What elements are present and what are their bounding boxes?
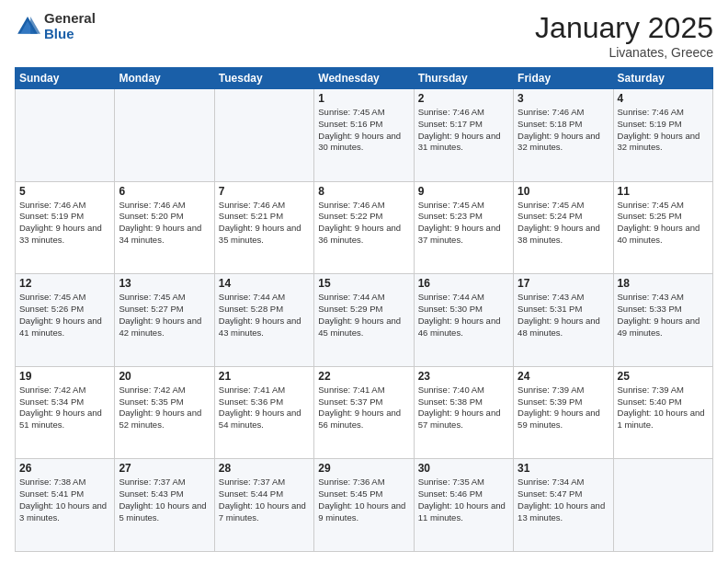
- table-row: 21Sunrise: 7:41 AM Sunset: 5:36 PM Dayli…: [214, 366, 313, 459]
- table-row: 15Sunrise: 7:44 AM Sunset: 5:29 PM Dayli…: [314, 274, 414, 367]
- day-info: Sunrise: 7:44 AM Sunset: 5:28 PM Dayligh…: [219, 292, 310, 339]
- day-info: Sunrise: 7:34 AM Sunset: 5:47 PM Dayligh…: [518, 477, 609, 523]
- calendar-header-row: Sunday Monday Tuesday Wednesday Thursday…: [16, 68, 713, 89]
- table-row: 24Sunrise: 7:39 AM Sunset: 5:39 PM Dayli…: [514, 366, 613, 459]
- day-info: Sunrise: 7:43 AM Sunset: 5:33 PM Dayligh…: [618, 292, 709, 339]
- calendar-week-3: 12Sunrise: 7:45 AM Sunset: 5:26 PM Dayli…: [16, 274, 713, 367]
- day-number: 5: [19, 185, 110, 198]
- table-row: 11Sunrise: 7:45 AM Sunset: 5:25 PM Dayli…: [613, 181, 712, 274]
- col-tuesday: Tuesday: [214, 68, 313, 89]
- day-info: Sunrise: 7:46 AM Sunset: 5:19 PM Dayligh…: [19, 200, 110, 247]
- day-info: Sunrise: 7:44 AM Sunset: 5:30 PM Dayligh…: [418, 292, 509, 339]
- day-number: 11: [618, 185, 709, 198]
- day-number: 19: [19, 370, 110, 383]
- day-info: Sunrise: 7:35 AM Sunset: 5:46 PM Dayligh…: [418, 477, 509, 523]
- logo-general-text: General: [44, 11, 96, 27]
- logo-blue-text: Blue: [44, 27, 96, 42]
- day-info: Sunrise: 7:42 AM Sunset: 5:35 PM Dayligh…: [119, 385, 210, 431]
- day-info: Sunrise: 7:39 AM Sunset: 5:40 PM Dayligh…: [618, 385, 709, 431]
- col-wednesday: Wednesday: [314, 68, 414, 89]
- day-info: Sunrise: 7:39 AM Sunset: 5:39 PM Dayligh…: [518, 385, 609, 431]
- day-number: 7: [219, 185, 310, 198]
- calendar-table: Sunday Monday Tuesday Wednesday Thursday…: [15, 67, 713, 552]
- table-row: 14Sunrise: 7:44 AM Sunset: 5:28 PM Dayli…: [214, 274, 313, 367]
- month-title: January 2025: [535, 11, 713, 45]
- day-info: Sunrise: 7:36 AM Sunset: 5:45 PM Dayligh…: [318, 477, 409, 523]
- day-number: 15: [318, 277, 409, 290]
- col-friday: Friday: [514, 68, 613, 89]
- day-info: Sunrise: 7:37 AM Sunset: 5:44 PM Dayligh…: [219, 477, 310, 523]
- svg-marker-2: [30, 17, 40, 34]
- day-info: Sunrise: 7:37 AM Sunset: 5:43 PM Dayligh…: [119, 477, 210, 523]
- day-info: Sunrise: 7:43 AM Sunset: 5:31 PM Dayligh…: [518, 292, 609, 339]
- day-info: Sunrise: 7:45 AM Sunset: 5:25 PM Dayligh…: [618, 200, 709, 247]
- day-number: 14: [219, 277, 310, 290]
- table-row: 23Sunrise: 7:40 AM Sunset: 5:38 PM Dayli…: [414, 366, 513, 459]
- table-row: 27Sunrise: 7:37 AM Sunset: 5:43 PM Dayli…: [115, 459, 214, 552]
- day-info: Sunrise: 7:46 AM Sunset: 5:18 PM Dayligh…: [518, 107, 609, 154]
- day-number: 1: [318, 92, 409, 105]
- table-row: 12Sunrise: 7:45 AM Sunset: 5:26 PM Dayli…: [16, 274, 115, 367]
- day-number: 17: [518, 277, 609, 290]
- header: General Blue January 2025 Livanates, Gre…: [15, 11, 713, 60]
- logo: General Blue: [15, 11, 96, 41]
- table-row: 8Sunrise: 7:46 AM Sunset: 5:22 PM Daylig…: [314, 181, 414, 274]
- col-monday: Monday: [115, 68, 214, 89]
- day-info: Sunrise: 7:41 AM Sunset: 5:37 PM Dayligh…: [318, 385, 409, 431]
- table-row: [214, 89, 313, 182]
- day-number: 3: [518, 92, 609, 105]
- day-number: 2: [418, 92, 509, 105]
- table-row: [115, 89, 214, 182]
- day-info: Sunrise: 7:45 AM Sunset: 5:24 PM Dayligh…: [518, 200, 609, 247]
- table-row: 16Sunrise: 7:44 AM Sunset: 5:30 PM Dayli…: [414, 274, 513, 367]
- day-info: Sunrise: 7:46 AM Sunset: 5:20 PM Dayligh…: [119, 200, 210, 247]
- table-row: 5Sunrise: 7:46 AM Sunset: 5:19 PM Daylig…: [16, 181, 115, 274]
- day-number: 13: [119, 277, 210, 290]
- table-row: 4Sunrise: 7:46 AM Sunset: 5:19 PM Daylig…: [613, 89, 712, 182]
- calendar-week-4: 19Sunrise: 7:42 AM Sunset: 5:34 PM Dayli…: [16, 366, 713, 459]
- table-row: 13Sunrise: 7:45 AM Sunset: 5:27 PM Dayli…: [115, 274, 214, 367]
- day-info: Sunrise: 7:40 AM Sunset: 5:38 PM Dayligh…: [418, 385, 509, 431]
- day-number: 31: [518, 462, 609, 475]
- table-row: 1Sunrise: 7:45 AM Sunset: 5:16 PM Daylig…: [314, 89, 414, 182]
- day-info: Sunrise: 7:45 AM Sunset: 5:23 PM Dayligh…: [418, 200, 509, 247]
- table-row: 28Sunrise: 7:37 AM Sunset: 5:44 PM Dayli…: [214, 459, 313, 552]
- table-row: 9Sunrise: 7:45 AM Sunset: 5:23 PM Daylig…: [414, 181, 513, 274]
- day-number: 12: [19, 277, 110, 290]
- day-info: Sunrise: 7:46 AM Sunset: 5:21 PM Dayligh…: [219, 200, 310, 247]
- table-row: 20Sunrise: 7:42 AM Sunset: 5:35 PM Dayli…: [115, 366, 214, 459]
- day-info: Sunrise: 7:42 AM Sunset: 5:34 PM Dayligh…: [19, 385, 110, 431]
- day-number: 23: [418, 370, 509, 383]
- page: General Blue January 2025 Livanates, Gre…: [0, 0, 728, 563]
- col-saturday: Saturday: [613, 68, 712, 89]
- calendar-week-5: 26Sunrise: 7:38 AM Sunset: 5:41 PM Dayli…: [16, 459, 713, 552]
- table-row: 6Sunrise: 7:46 AM Sunset: 5:20 PM Daylig…: [115, 181, 214, 274]
- table-row: 30Sunrise: 7:35 AM Sunset: 5:46 PM Dayli…: [414, 459, 513, 552]
- day-info: Sunrise: 7:46 AM Sunset: 5:22 PM Dayligh…: [318, 200, 409, 247]
- day-number: 22: [318, 370, 409, 383]
- table-row: 19Sunrise: 7:42 AM Sunset: 5:34 PM Dayli…: [16, 366, 115, 459]
- table-row: [16, 89, 115, 182]
- logo-icon: [15, 14, 40, 40]
- day-number: 28: [219, 462, 310, 475]
- day-number: 9: [418, 185, 509, 198]
- day-info: Sunrise: 7:44 AM Sunset: 5:29 PM Dayligh…: [318, 292, 409, 339]
- table-row: 31Sunrise: 7:34 AM Sunset: 5:47 PM Dayli…: [514, 459, 613, 552]
- table-row: 3Sunrise: 7:46 AM Sunset: 5:18 PM Daylig…: [514, 89, 613, 182]
- day-number: 6: [119, 185, 210, 198]
- day-number: 24: [518, 370, 609, 383]
- day-info: Sunrise: 7:45 AM Sunset: 5:16 PM Dayligh…: [318, 107, 409, 154]
- day-info: Sunrise: 7:45 AM Sunset: 5:27 PM Dayligh…: [119, 292, 210, 339]
- day-number: 26: [19, 462, 110, 475]
- day-info: Sunrise: 7:46 AM Sunset: 5:19 PM Dayligh…: [618, 107, 709, 154]
- table-row: 7Sunrise: 7:46 AM Sunset: 5:21 PM Daylig…: [214, 181, 313, 274]
- day-number: 20: [119, 370, 210, 383]
- table-row: [613, 459, 712, 552]
- day-info: Sunrise: 7:38 AM Sunset: 5:41 PM Dayligh…: [19, 477, 110, 523]
- day-info: Sunrise: 7:46 AM Sunset: 5:17 PM Dayligh…: [418, 107, 509, 154]
- day-number: 30: [418, 462, 509, 475]
- day-number: 4: [618, 92, 709, 105]
- table-row: 26Sunrise: 7:38 AM Sunset: 5:41 PM Dayli…: [16, 459, 115, 552]
- table-row: 22Sunrise: 7:41 AM Sunset: 5:37 PM Dayli…: [314, 366, 414, 459]
- location: Livanates, Greece: [535, 45, 713, 60]
